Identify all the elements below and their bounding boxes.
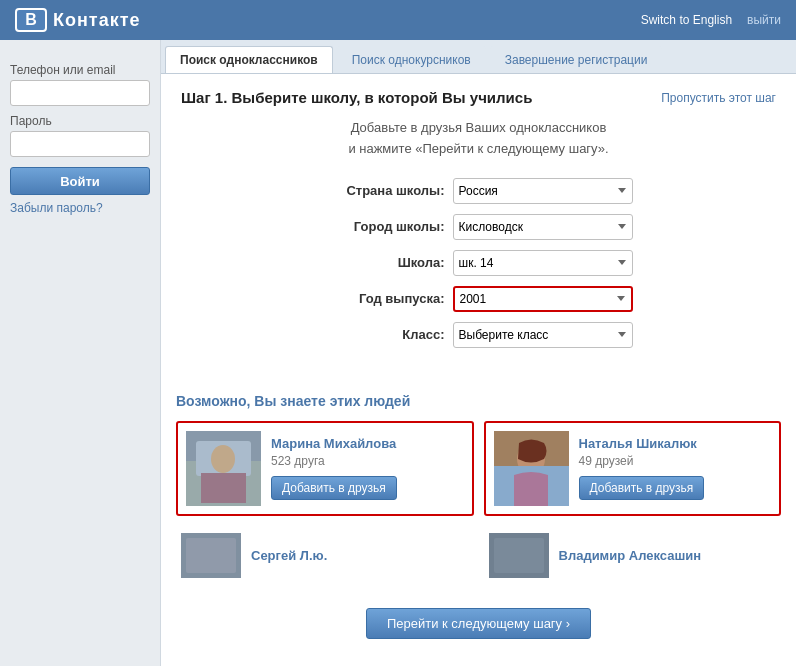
person-photo-sergei <box>181 533 241 578</box>
tabs-bar: Поиск одноклассников Поиск однокурсников… <box>161 40 796 74</box>
country-label: Страна школы: <box>325 183 445 198</box>
person-name-natalia: Наталья Шикалюк <box>579 436 772 451</box>
tab-university[interactable]: Поиск однокурсников <box>337 46 486 73</box>
people-section: Возможно, Вы знаете этих людей <box>161 393 796 654</box>
form-area: Шаг 1. Выберите школу, в которой Вы учил… <box>161 74 796 373</box>
step-header: Шаг 1. Выберите школу, в которой Вы учил… <box>181 89 776 106</box>
desc-line2: и нажмите «Перейти к следующему шагу». <box>348 141 608 156</box>
svg-point-3 <box>211 445 235 473</box>
header-right: Switch to English выйти <box>641 13 781 27</box>
class-row: Класс: Выберите класс <box>181 322 776 348</box>
logo-area: В Контакте <box>15 8 141 32</box>
description: Добавьте в друзья Ваших одноклассников и… <box>181 118 776 160</box>
tab-registration[interactable]: Завершение регистрации <box>490 46 663 73</box>
person-info-natalia: Наталья Шикалюк 49 друзей Добавить в дру… <box>579 436 772 500</box>
vk-letter: В <box>25 11 37 29</box>
person-card-natalia: Наталья Шикалюк 49 друзей Добавить в дру… <box>484 421 782 516</box>
person-friends-natalia: 49 друзей <box>579 454 772 468</box>
main-layout: Телефон или email Пароль Войти Забыли па… <box>0 40 796 666</box>
person-photo-natalia <box>494 431 569 506</box>
people-grid: Марина Михайлова 523 друга Добавить в др… <box>176 421 781 516</box>
add-friend-natalia-button[interactable]: Добавить в друзья <box>579 476 705 500</box>
person-name-vladimir: Владимир Алексашин <box>559 548 702 563</box>
next-button-row: Перейти к следующему шагу › <box>176 598 781 654</box>
person-card-sergei: Сергей Л.ю. <box>176 528 474 583</box>
sidebar: Телефон или email Пароль Войти Забыли па… <box>0 40 160 666</box>
desc-line1: Добавьте в друзья Ваших одноклассников <box>351 120 607 135</box>
logout-link[interactable]: выйти <box>747 13 781 27</box>
switch-language-link[interactable]: Switch to English <box>641 13 732 27</box>
phone-label: Телефон или email <box>10 63 150 77</box>
person-name-marina: Марина Михайлова <box>271 436 464 451</box>
svg-rect-11 <box>494 538 544 573</box>
header: В Контакте Switch to English выйти <box>0 0 796 40</box>
people-row2: Сергей Л.ю. Владимир Алексашин <box>176 528 781 583</box>
class-label: Класс: <box>325 327 445 342</box>
year-label: Год выпуска: <box>325 291 445 306</box>
person-friends-marina: 523 друга <box>271 454 464 468</box>
school-row: Школа: шк. 14 <box>181 250 776 276</box>
people-title: Возможно, Вы знаете этих людей <box>176 393 781 409</box>
next-step-button[interactable]: Перейти к следующему шагу › <box>366 608 591 639</box>
forgot-password-link[interactable]: Забыли пароль? <box>10 201 150 215</box>
password-label: Пароль <box>10 114 150 128</box>
person-card-vladimir: Владимир Алексашин <box>484 528 782 583</box>
year-select[interactable]: 2001 <box>453 286 633 312</box>
city-label: Город школы: <box>325 219 445 234</box>
vk-logo: В <box>15 8 47 32</box>
country-row: Страна школы: Россия <box>181 178 776 204</box>
school-label: Школа: <box>325 255 445 270</box>
class-select[interactable]: Выберите класс <box>453 322 633 348</box>
person-name-sergei: Сергей Л.ю. <box>251 548 327 563</box>
svg-rect-9 <box>186 538 236 573</box>
logo-text: Контакте <box>53 10 141 31</box>
city-select[interactable]: Кисловодск <box>453 214 633 240</box>
password-input[interactable] <box>10 131 150 157</box>
school-select[interactable]: шк. 14 <box>453 250 633 276</box>
person-info-marina: Марина Михайлова 523 друга Добавить в др… <box>271 436 464 500</box>
city-row: Город школы: Кисловодск <box>181 214 776 240</box>
content-area: Поиск одноклассников Поиск однокурсников… <box>160 40 796 666</box>
phone-input[interactable] <box>10 80 150 106</box>
svg-rect-4 <box>201 473 246 503</box>
login-button[interactable]: Войти <box>10 167 150 195</box>
tab-classmates[interactable]: Поиск одноклассников <box>165 46 333 73</box>
step-title: Шаг 1. Выберите школу, в которой Вы учил… <box>181 89 532 106</box>
year-row: Год выпуска: 2001 <box>181 286 776 312</box>
person-photo-vladimir <box>489 533 549 578</box>
person-card-marina: Марина Михайлова 523 друга Добавить в др… <box>176 421 474 516</box>
person-photo-marina <box>186 431 261 506</box>
add-friend-marina-button[interactable]: Добавить в друзья <box>271 476 397 500</box>
country-select[interactable]: Россия <box>453 178 633 204</box>
skip-link[interactable]: Пропустить этот шаг <box>661 91 776 105</box>
